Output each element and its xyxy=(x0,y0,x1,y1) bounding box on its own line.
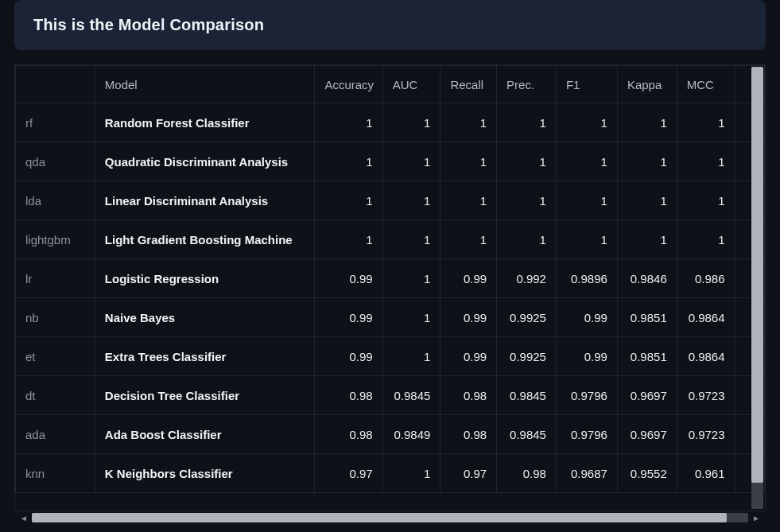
cell-prec: 1 xyxy=(497,142,557,181)
table-scroll-area[interactable]: Model Accuracy AUC Recall Prec. F1 Kappa… xyxy=(14,64,766,511)
cell-mcc: 1 xyxy=(677,181,735,220)
cell-id: qda xyxy=(16,142,95,181)
cell-f1: 1 xyxy=(556,220,617,259)
horizontal-scrollbar[interactable]: ◄ ► xyxy=(14,511,766,524)
cell-f1: 1 xyxy=(556,142,617,181)
cell-model: Light Gradient Boosting Machine xyxy=(95,220,315,259)
table-row[interactable]: qdaQuadratic Discriminant Analysis111111… xyxy=(16,142,765,181)
cell-prec: 0.9925 xyxy=(497,337,557,376)
cell-prec: 1 xyxy=(497,220,557,259)
scroll-right-icon[interactable]: ► xyxy=(751,513,761,522)
cell-mcc: 0.9723 xyxy=(677,376,735,415)
cell-f1: 0.99 xyxy=(556,298,617,337)
vertical-scrollbar[interactable] xyxy=(751,67,763,509)
cell-recall: 1 xyxy=(440,103,497,142)
cell-auc: 1 xyxy=(382,181,440,220)
cell-kappa: 1 xyxy=(617,142,677,181)
col-header-accuracy[interactable]: Accuracy xyxy=(315,66,382,103)
cell-id: lightgbm xyxy=(16,220,95,259)
title-bar: This is the Model Comparison xyxy=(14,0,766,50)
col-header-mcc[interactable]: MCC xyxy=(677,66,735,103)
cell-model: Random Forest Classifier xyxy=(95,103,315,142)
page-title: This is the Model Comparison xyxy=(33,16,747,34)
cell-kappa: 1 xyxy=(617,220,677,259)
model-comparison-table: Model Accuracy AUC Recall Prec. F1 Kappa… xyxy=(15,65,765,493)
table-row[interactable]: adaAda Boost Classifier0.980.98490.980.9… xyxy=(16,415,765,454)
cell-f1: 0.9796 xyxy=(556,415,617,454)
cell-prec: 1 xyxy=(497,103,557,142)
col-header-kappa[interactable]: Kappa xyxy=(617,66,677,103)
cell-id: dt xyxy=(16,376,95,415)
table-row[interactable]: knnK Neighbors Classifier0.9710.970.980.… xyxy=(16,454,765,493)
cell-accuracy: 1 xyxy=(315,220,382,259)
cell-auc: 0.9845 xyxy=(382,376,440,415)
cell-mcc: 1 xyxy=(677,142,735,181)
cell-auc: 1 xyxy=(382,220,440,259)
cell-id: knn xyxy=(16,454,95,493)
horizontal-scroll-track[interactable] xyxy=(32,513,748,522)
table-row[interactable]: dtDecision Tree Classifier0.980.98450.98… xyxy=(16,376,765,415)
table-row[interactable]: ldaLinear Discriminant Analysis1111111 xyxy=(16,181,765,220)
cell-model: Extra Trees Classifier xyxy=(95,337,315,376)
cell-auc: 1 xyxy=(382,103,440,142)
vertical-scroll-track[interactable] xyxy=(751,67,763,509)
cell-mcc: 0.961 xyxy=(677,454,735,493)
col-header-prec[interactable]: Prec. xyxy=(497,66,557,103)
cell-accuracy: 1 xyxy=(315,142,382,181)
cell-accuracy: 0.97 xyxy=(315,454,382,493)
cell-accuracy: 0.99 xyxy=(315,259,382,298)
cell-mcc: 0.9864 xyxy=(677,337,735,376)
cell-f1: 0.9796 xyxy=(556,376,617,415)
table-row[interactable]: rfRandom Forest Classifier1111111 xyxy=(16,103,765,142)
table-row[interactable]: etExtra Trees Classifier0.9910.990.99250… xyxy=(16,337,765,376)
table-header-row: Model Accuracy AUC Recall Prec. F1 Kappa… xyxy=(16,66,765,103)
col-header-auc[interactable]: AUC xyxy=(382,66,440,103)
cell-accuracy: 0.98 xyxy=(315,376,382,415)
cell-kappa: 1 xyxy=(617,181,677,220)
cell-id: lr xyxy=(16,259,95,298)
table-row[interactable]: lightgbmLight Gradient Boosting Machine1… xyxy=(16,220,765,259)
cell-id: et xyxy=(16,337,95,376)
cell-recall: 1 xyxy=(440,181,497,220)
cell-kappa: 0.9697 xyxy=(617,376,677,415)
cell-mcc: 1 xyxy=(677,103,735,142)
cell-id: rf xyxy=(16,103,95,142)
cell-kappa: 0.9846 xyxy=(617,259,677,298)
comparison-table-frame: Model Accuracy AUC Recall Prec. F1 Kappa… xyxy=(14,64,766,524)
cell-auc: 1 xyxy=(382,298,440,337)
cell-kappa: 0.9552 xyxy=(617,454,677,493)
cell-auc: 1 xyxy=(382,259,440,298)
cell-accuracy: 0.99 xyxy=(315,337,382,376)
horizontal-scroll-thumb[interactable] xyxy=(32,513,727,522)
cell-kappa: 1 xyxy=(617,103,677,142)
table-row[interactable]: lrLogistic Regression0.9910.990.9920.989… xyxy=(16,259,765,298)
table-row[interactable]: nbNaive Bayes0.9910.990.99250.990.98510.… xyxy=(16,298,765,337)
cell-f1: 0.99 xyxy=(556,337,617,376)
cell-model: Quadratic Discriminant Analysis xyxy=(95,142,315,181)
cell-id: nb xyxy=(16,298,95,337)
cell-prec: 0.98 xyxy=(497,454,557,493)
cell-f1: 1 xyxy=(556,181,617,220)
cell-accuracy: 1 xyxy=(315,103,382,142)
cell-f1: 0.9687 xyxy=(556,454,617,493)
cell-recall: 0.98 xyxy=(440,376,497,415)
col-header-model[interactable]: Model xyxy=(95,66,315,103)
cell-recall: 0.98 xyxy=(440,415,497,454)
cell-prec: 1 xyxy=(497,181,557,220)
col-header-f1[interactable]: F1 xyxy=(556,66,617,103)
col-header-index[interactable] xyxy=(16,66,95,103)
cell-recall: 1 xyxy=(440,142,497,181)
cell-prec: 0.9925 xyxy=(497,298,557,337)
col-header-recall[interactable]: Recall xyxy=(440,66,497,103)
cell-model: Ada Boost Classifier xyxy=(95,415,315,454)
cell-model: Logistic Regression xyxy=(95,259,315,298)
cell-recall: 1 xyxy=(440,220,497,259)
cell-prec: 0.9845 xyxy=(497,415,557,454)
cell-id: lda xyxy=(16,181,95,220)
vertical-scroll-thumb[interactable] xyxy=(751,67,763,483)
cell-accuracy: 1 xyxy=(315,181,382,220)
cell-auc: 1 xyxy=(382,337,440,376)
cell-recall: 0.99 xyxy=(440,259,497,298)
scroll-left-icon[interactable]: ◄ xyxy=(19,513,29,522)
cell-kappa: 0.9697 xyxy=(617,415,677,454)
